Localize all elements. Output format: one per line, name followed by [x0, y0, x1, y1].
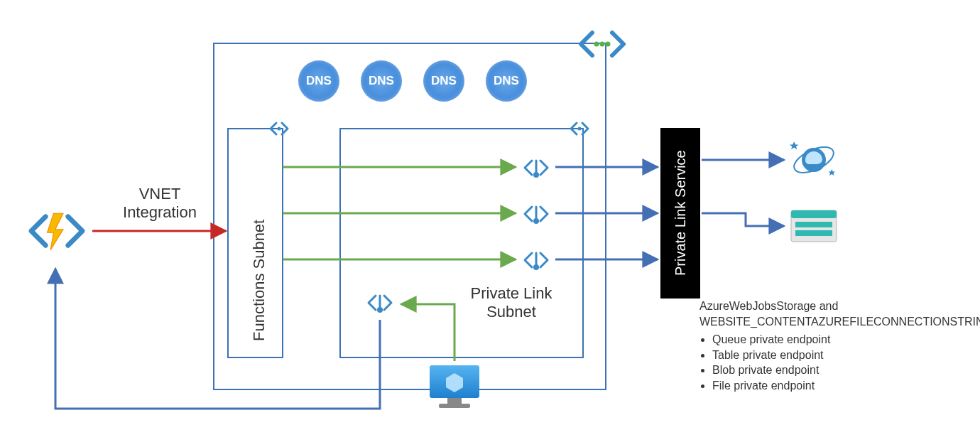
svg-marker-13 — [828, 169, 835, 176]
note-item: Queue private endpoint — [712, 332, 976, 348]
svg-rect-16 — [795, 222, 832, 227]
storage-account-icon — [788, 206, 839, 246]
vnet-code-icon — [266, 119, 292, 138]
note-item: File private endpoint — [712, 378, 976, 394]
svg-rect-15 — [791, 210, 837, 218]
private-link-service-label: Private Link Service — [673, 151, 689, 276]
arrow-pls-to-storage — [702, 213, 784, 226]
svg-marker-12 — [790, 141, 799, 149]
storage-notes-heading: AzureWebJobsStorage and WEBSITE_CONTENTA… — [699, 298, 976, 329]
svg-rect-9 — [439, 404, 470, 408]
storage-notes: AzureWebJobsStorage and WEBSITE_CONTENTA… — [699, 298, 976, 394]
dns-zone-icon: DNS — [423, 60, 464, 102]
note-item: Blob private endpoint — [712, 362, 976, 378]
private-endpoint-icon — [518, 199, 554, 229]
virtual-machine-icon — [426, 362, 483, 411]
vnet-code-icon — [567, 119, 592, 138]
cosmos-db-icon — [788, 139, 839, 181]
note-item: Table private endpoint — [712, 348, 976, 363]
private-endpoint-icon — [362, 288, 398, 318]
vnet-integration-label: VNET Integration — [114, 185, 206, 222]
private-endpoint-icon — [518, 153, 554, 183]
svg-rect-17 — [795, 230, 832, 236]
functions-subnet-label: Functions Subnet — [250, 156, 268, 341]
private-link-service-box: Private Link Service — [660, 128, 700, 298]
dns-zone-icon: DNS — [298, 60, 339, 102]
ellipsis-code-icon — [575, 28, 629, 60]
dns-zone-icon: DNS — [361, 60, 402, 102]
dns-zones-row: DNS DNS DNS DNS — [298, 60, 527, 102]
private-endpoint-icon — [518, 245, 554, 275]
private-link-subnet-label: Private Link Subnet — [454, 284, 568, 321]
function-app-icon — [25, 199, 89, 263]
svg-rect-8 — [447, 398, 462, 404]
dns-zone-icon: DNS — [486, 60, 527, 102]
